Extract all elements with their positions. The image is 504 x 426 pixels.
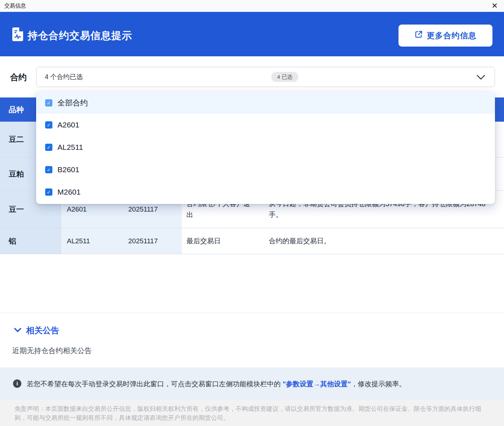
chevron-down-icon	[476, 74, 486, 82]
chevron-down-icon[interactable]	[14, 327, 22, 334]
dropdown-item-label: B2601	[57, 165, 79, 174]
window-titlebar: 交易信息 ✕	[0, 0, 504, 12]
dropdown-item-all-contracts[interactable]: ✓ 全部合约	[36, 92, 495, 114]
contract-multiselect[interactable]: 4 个合约已选 4 已选	[36, 67, 495, 87]
announcements-empty-text: 近期无持仓合约相关公告	[12, 346, 92, 356]
variety-column-header: 品种	[9, 97, 24, 122]
dropdown-item-contract[interactable]: ✓ B2601	[36, 158, 495, 181]
dropdown-item-contract[interactable]: ✓ A2601	[36, 114, 495, 136]
checkbox-checked-icon[interactable]: ✓	[45, 144, 52, 151]
dropdown-item-label: A2601	[57, 121, 79, 129]
external-link-icon	[414, 30, 423, 41]
type-cell: 最后交易日	[182, 228, 264, 254]
document-icon	[12, 27, 23, 43]
checkbox-checked-icon[interactable]: ✓	[45, 188, 52, 196]
dropdown-item-contract[interactable]: ✓ M2601	[36, 181, 495, 203]
description-cell: 合约的最后交易日。	[264, 228, 504, 254]
contract-select-value: 4 个合约已选	[45, 67, 83, 87]
window-title: 交易信息	[4, 0, 26, 12]
announcements-title[interactable]: 相关公告	[26, 325, 59, 336]
info-icon: i	[13, 379, 21, 388]
date-cell: 20251117	[122, 228, 182, 254]
checkbox-checked-icon[interactable]: ✓	[45, 99, 52, 107]
dropdown-item-label: M2601	[57, 188, 81, 196]
notice-settings-path: "参数设置→其他设置"	[283, 380, 351, 388]
contract-dropdown-menu: ✓ 全部合约 ✓ A2601 ✓ AL2511 ✓ B2601 ✓ M2601	[36, 92, 495, 204]
selected-count-badge: 4 已选	[271, 72, 298, 82]
dropdown-item-contract[interactable]: ✓ AL2511	[36, 136, 495, 158]
settings-notice-text: 若您不希望在每次手动登录交易时弹出此窗口，可点击交易窗口左侧功能模块栏中的 "参…	[27, 379, 406, 389]
app-header: 持仓合约交易信息提示 更多合约信息	[0, 12, 504, 56]
settings-notice-bar: i 若您不希望在每次手动登录交易时弹出此窗口，可点击交易窗口左侧功能模块栏中的 …	[0, 368, 504, 400]
close-icon[interactable]: ✕	[490, 1, 500, 11]
variety-cell: 铝	[0, 228, 61, 254]
checkbox-checked-icon[interactable]: ✓	[45, 121, 52, 129]
dropdown-item-label: 全部合约	[57, 98, 88, 108]
announcements-section: 相关公告 近期无持仓合约相关公告	[0, 313, 504, 368]
dropdown-item-label: AL2511	[57, 143, 83, 152]
contract-select-label: 合约	[10, 72, 27, 83]
page-title: 持仓合约交易信息提示	[27, 29, 132, 43]
notice-suffix: ，修改提示频率。	[351, 380, 406, 388]
more-contract-info-button[interactable]: 更多合约信息	[399, 25, 492, 47]
trade-info-dialog: 交易信息 ✕ 持仓合约交易信息提示 更多合约信息	[0, 0, 504, 426]
contract-cell: AL2511	[61, 228, 122, 254]
notice-prefix: 若您不希望在每次手动登录交易时弹出此窗口，可点击交易窗口左侧功能模块栏中的	[27, 380, 283, 388]
table-row: 铝 AL2511 20251117 最后交易日 合约的最后交易日。	[0, 228, 504, 254]
checkbox-checked-icon[interactable]: ✓	[45, 166, 52, 173]
disclaimer-text: 免责声明：本页面数据来自交易所公开信息，版权归相关权利方所有，仅供参考，不构成投…	[14, 404, 486, 422]
disclaimer-bar: 免责声明：本页面数据来自交易所公开信息，版权归相关权利方所有，仅供参考，不构成投…	[0, 400, 504, 426]
more-contract-info-label: 更多合约信息	[427, 30, 477, 41]
